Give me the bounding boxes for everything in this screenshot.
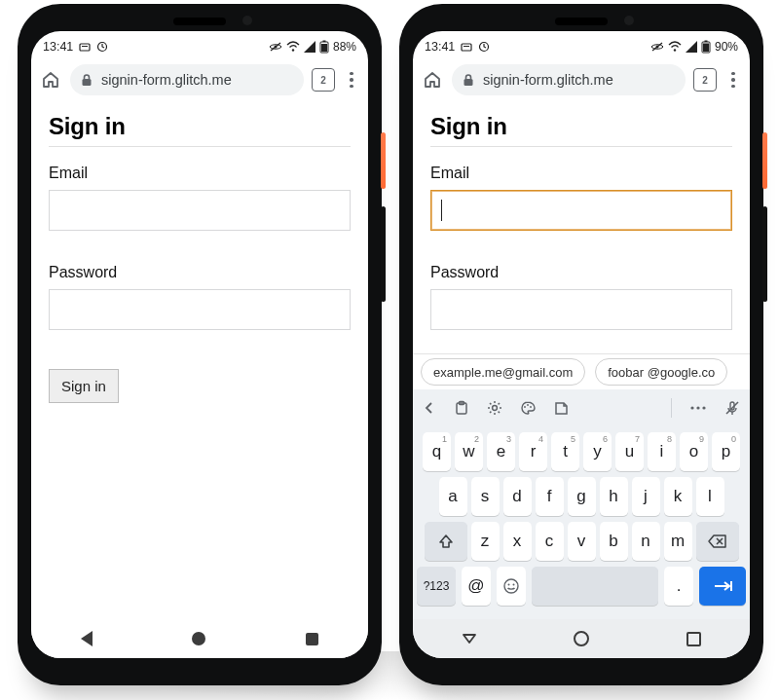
tabs-button[interactable]: 2 bbox=[312, 68, 335, 92]
key-symbols[interactable]: ?123 bbox=[417, 567, 456, 606]
backspace-icon bbox=[708, 534, 727, 548]
url-bar[interactable]: signin-form.glitch.me bbox=[452, 64, 686, 95]
clipboard-icon[interactable] bbox=[454, 400, 469, 416]
svg-point-31 bbox=[524, 406, 526, 408]
keyboard-area: example.me@gmail.com foobar @google.co bbox=[413, 353, 750, 619]
battery-icon bbox=[319, 41, 329, 53]
key-space[interactable] bbox=[532, 567, 658, 606]
key-b[interactable]: b bbox=[600, 522, 628, 561]
key-z[interactable]: z bbox=[471, 522, 500, 561]
tabs-button[interactable]: 2 bbox=[693, 68, 717, 92]
home-icon[interactable] bbox=[39, 70, 62, 90]
key-enter[interactable] bbox=[699, 567, 746, 606]
password-field[interactable] bbox=[430, 289, 732, 330]
key-o[interactable]: 9o bbox=[680, 432, 708, 471]
key-backspace[interactable] bbox=[696, 522, 739, 561]
page-title: Sign in bbox=[49, 113, 351, 140]
key-f[interactable]: f bbox=[536, 477, 564, 516]
key-shift[interactable] bbox=[425, 522, 467, 561]
autofill-suggestions: example.me@gmail.com foobar @google.co bbox=[413, 353, 750, 389]
palette-icon[interactable] bbox=[520, 400, 536, 416]
key-k[interactable]: k bbox=[664, 477, 692, 516]
nav-home-icon[interactable] bbox=[574, 631, 589, 646]
key-d[interactable]: d bbox=[503, 477, 532, 516]
svg-point-15 bbox=[674, 49, 676, 51]
keyboard-toolbar bbox=[413, 389, 750, 426]
password-label: Password bbox=[430, 264, 732, 281]
key-c[interactable]: c bbox=[536, 522, 564, 561]
email-label: Email bbox=[49, 165, 351, 182]
svg-point-22 bbox=[493, 406, 498, 411]
key-at[interactable]: @ bbox=[462, 567, 491, 606]
key-a[interactable]: a bbox=[439, 477, 467, 516]
key-w[interactable]: 2w bbox=[455, 432, 483, 471]
key-x[interactable]: x bbox=[503, 522, 532, 561]
key-g[interactable]: g bbox=[568, 477, 596, 516]
menu-icon[interactable] bbox=[343, 72, 360, 89]
divider bbox=[430, 146, 732, 147]
key-period[interactable]: . bbox=[664, 567, 693, 606]
key-y[interactable]: 6y bbox=[583, 432, 612, 471]
key-i[interactable]: 8i bbox=[648, 432, 676, 471]
wifi-icon bbox=[286, 41, 300, 53]
status-time: 13:41 bbox=[43, 40, 73, 54]
key-l[interactable]: l bbox=[696, 477, 724, 516]
sticker-icon[interactable] bbox=[553, 400, 569, 416]
more-icon[interactable] bbox=[689, 405, 707, 411]
key-p[interactable]: 0p bbox=[712, 432, 740, 471]
nav-recents-icon[interactable] bbox=[686, 632, 701, 646]
notification-icon bbox=[461, 41, 472, 53]
eye-off-icon bbox=[269, 41, 282, 53]
page-title: Sign in bbox=[430, 113, 732, 140]
key-v[interactable]: v bbox=[568, 522, 596, 561]
keyboard: 1q2w3e4r5t6y7u8i9o0p asdfghjkl zxcvbnm ?… bbox=[413, 426, 750, 619]
power-button bbox=[381, 132, 386, 189]
svg-point-5 bbox=[292, 49, 294, 51]
gear-icon[interactable] bbox=[487, 400, 502, 416]
key-u[interactable]: 7u bbox=[615, 432, 644, 471]
key-q[interactable]: 1q bbox=[423, 432, 451, 471]
eye-off-icon bbox=[650, 41, 664, 53]
key-n[interactable]: n bbox=[632, 522, 660, 561]
signin-button[interactable]: Sign in bbox=[49, 369, 119, 403]
autofill-chip[interactable]: example.me@gmail.com bbox=[421, 358, 585, 386]
svg-point-42 bbox=[513, 584, 515, 586]
url-bar[interactable]: signin-form.glitch.me bbox=[70, 64, 304, 95]
home-icon[interactable] bbox=[421, 70, 444, 90]
key-e[interactable]: 3e bbox=[487, 432, 515, 471]
enter-icon bbox=[712, 578, 733, 594]
page-content: Sign in Email Password Sign in bbox=[31, 101, 368, 403]
key-emoji[interactable] bbox=[497, 567, 526, 606]
email-field[interactable] bbox=[430, 190, 732, 231]
svg-rect-10 bbox=[462, 44, 471, 51]
nav-home-icon[interactable] bbox=[192, 632, 205, 645]
nav-back-icon[interactable] bbox=[462, 631, 477, 646]
speaker-notch bbox=[173, 18, 226, 25]
autofill-chip[interactable]: foobar @google.co bbox=[595, 358, 727, 386]
email-field[interactable] bbox=[49, 190, 351, 231]
key-t[interactable]: 5t bbox=[551, 432, 579, 471]
system-navbar bbox=[31, 619, 368, 658]
svg-line-28 bbox=[499, 412, 500, 413]
key-r[interactable]: 4r bbox=[519, 432, 547, 471]
phone-left: 13:41 88% signin- bbox=[18, 4, 382, 685]
key-j[interactable]: j bbox=[632, 477, 660, 516]
nav-back-icon[interactable] bbox=[81, 631, 93, 646]
system-navbar bbox=[413, 619, 750, 658]
mic-off-icon[interactable] bbox=[724, 400, 740, 416]
password-field[interactable] bbox=[49, 289, 351, 330]
key-h[interactable]: h bbox=[600, 477, 628, 516]
svg-point-35 bbox=[696, 406, 699, 409]
chevron-left-icon[interactable] bbox=[423, 401, 436, 415]
signal-icon bbox=[686, 41, 697, 53]
front-camera bbox=[624, 16, 634, 25]
lock-icon bbox=[462, 73, 475, 87]
menu-icon[interactable] bbox=[724, 72, 742, 89]
shift-icon bbox=[438, 534, 454, 549]
key-s[interactable]: s bbox=[471, 477, 500, 516]
wifi-icon bbox=[668, 41, 682, 53]
nav-recents-icon[interactable] bbox=[306, 633, 318, 645]
svg-rect-18 bbox=[704, 41, 707, 43]
emoji-icon bbox=[502, 577, 520, 595]
key-m[interactable]: m bbox=[664, 522, 692, 561]
